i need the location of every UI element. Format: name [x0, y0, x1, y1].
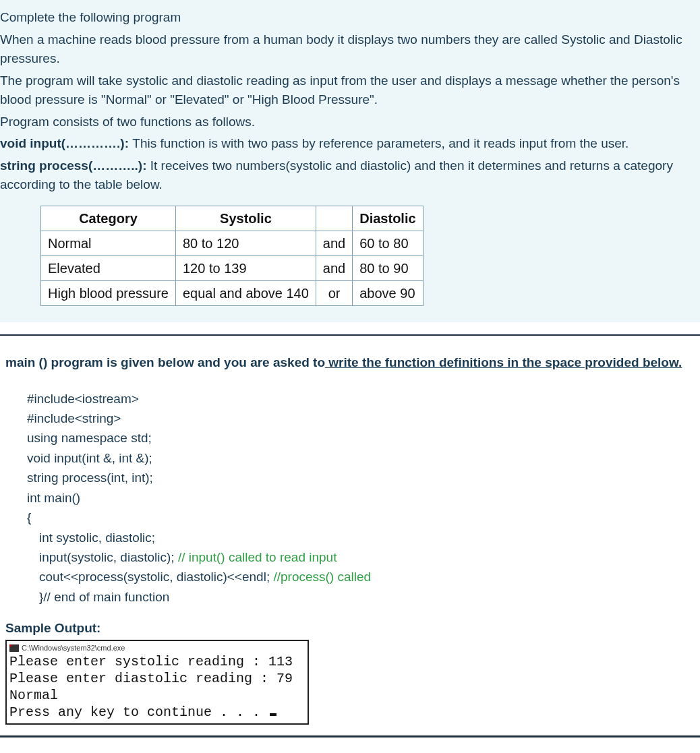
code-line: cout<<process(systolic, diastolic)<<endl… — [39, 567, 700, 586]
console-line: Normal — [9, 688, 58, 703]
cmd-icon — [9, 644, 19, 652]
problem-statement-section: Complete the following program When a ma… — [0, 0, 700, 322]
main-instruction: main () program is given below and you a… — [5, 353, 700, 373]
console-line: Press any key to continue . . . — [9, 704, 268, 720]
code-text: input(systolic, diastolic); — [39, 550, 178, 564]
cell-systolic: 120 to 139 — [176, 255, 316, 280]
cell-conj: and — [316, 231, 352, 255]
cell-diastolic: above 90 — [353, 280, 423, 305]
heading: Complete the following program — [0, 8, 700, 28]
description-2: The program will take systolic and diast… — [0, 71, 700, 110]
console-window: C:\Windows\system32\cmd.exe Please enter… — [5, 640, 309, 725]
console-body: Please enter systolic reading : 113 Plea… — [9, 653, 305, 721]
th-diastolic: Diastolic — [353, 206, 423, 231]
code-text: cout<<process(systolic, diastolic)<<endl… — [39, 570, 273, 584]
cell-diastolic: 80 to 90 — [353, 255, 423, 280]
function-1-text: This function is with two pass by refere… — [132, 136, 629, 150]
table-row: High blood pressure equal and above 140 … — [41, 280, 424, 305]
th-systolic: Systolic — [176, 206, 316, 231]
console-titlebar: C:\Windows\system32\cmd.exe — [9, 642, 305, 654]
console-line: Please enter diastolic reading : 79 — [9, 671, 293, 686]
cell-diastolic: 60 to 80 — [353, 231, 423, 255]
cell-systolic: equal and above 140 — [176, 280, 316, 305]
bp-category-table: Category Systolic Diastolic Normal 80 to… — [40, 206, 424, 306]
table-header-row: Category Systolic Diastolic — [41, 206, 424, 231]
code-line: }// end of main function — [39, 587, 700, 607]
sample-output-heading: Sample Output: — [5, 619, 700, 638]
instruction-prefix: main () program is given below and you a… — [5, 355, 325, 369]
code-block: #include<iostream> #include<string> usin… — [27, 389, 700, 607]
section-divider — [0, 334, 700, 336]
console-title-text: C:\Windows\system32\cmd.exe — [22, 642, 125, 654]
function-2-name: string process(………..): — [0, 158, 150, 173]
cell-category: Elevated — [41, 255, 176, 280]
bottom-divider — [0, 735, 700, 737]
cursor-icon — [270, 713, 276, 716]
category-table-wrap: Category Systolic Diastolic Normal 80 to… — [40, 206, 424, 306]
th-blank — [316, 206, 352, 231]
code-comment: //process() called — [273, 570, 371, 584]
cell-systolic: 80 to 120 — [176, 231, 316, 255]
cell-category: High blood pressure — [41, 280, 176, 305]
code-comment: // input() called to read input — [178, 550, 337, 564]
code-line: input(systolic, diastolic); // input() c… — [39, 547, 700, 567]
description-1: When a machine reads blood pressure from… — [0, 30, 700, 69]
code-line: using namespace std; — [27, 428, 700, 448]
function-2-desc: string process(………..): It receives two n… — [0, 156, 700, 195]
code-line: #include<iostream> — [27, 389, 700, 409]
cell-conj: or — [316, 280, 352, 305]
code-line: { — [27, 508, 700, 527]
table-row: Elevated 120 to 139 and 80 to 90 — [41, 255, 424, 280]
description-3: Program consists of two functions as fol… — [0, 113, 700, 132]
function-1-name: void input(………….): — [0, 136, 132, 150]
code-line: int main() — [27, 488, 700, 508]
code-line: void input(int &, int &); — [27, 448, 700, 468]
table-row: Normal 80 to 120 and 60 to 80 — [41, 231, 424, 255]
code-line: int systolic, diastolic; — [39, 528, 700, 547]
code-line: string process(int, int); — [27, 468, 700, 487]
instruction-underlined: write the function definitions in the sp… — [325, 355, 682, 369]
function-1-desc: void input(………….): This function is with… — [0, 134, 700, 154]
cell-conj: and — [316, 255, 352, 280]
cell-category: Normal — [41, 231, 176, 255]
code-section: main () program is given below and you a… — [0, 341, 700, 731]
console-line: Please enter systolic reading : 113 — [9, 654, 293, 669]
code-line: #include<string> — [27, 409, 700, 428]
th-category: Category — [41, 206, 176, 231]
